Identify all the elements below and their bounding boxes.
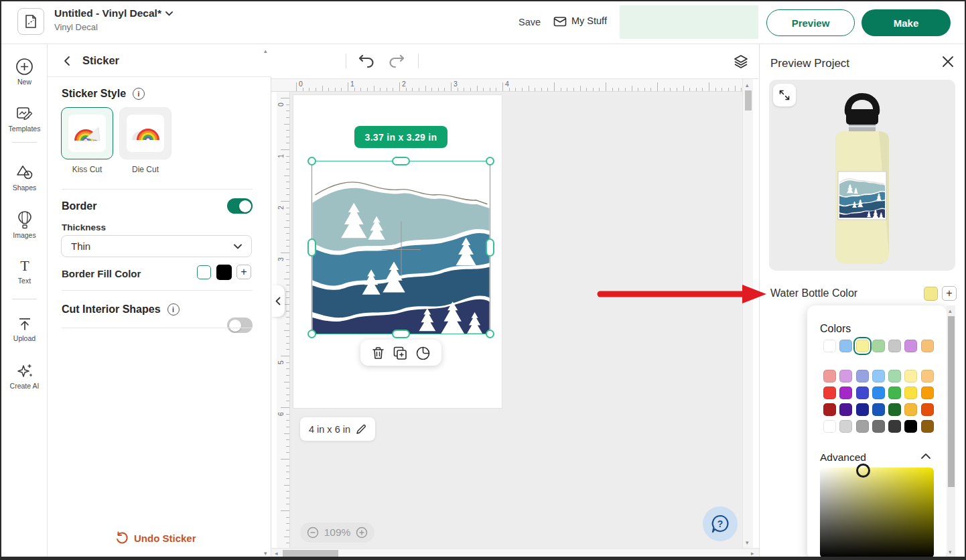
document-title-menu[interactable]: Untitled - Vinyl Decal*	[54, 7, 173, 19]
sidebar-item-text[interactable]: T Text	[1, 257, 48, 285]
color-swatch[interactable]	[921, 420, 934, 433]
resize-handle-n[interactable]	[392, 157, 410, 165]
close-icon[interactable]	[942, 56, 954, 68]
scrollbar-thumb[interactable]	[745, 90, 752, 111]
scrollbar-thumb[interactable]	[948, 316, 955, 487]
color-swatch[interactable]	[888, 340, 901, 352]
scroll-right-arrow[interactable]: ▸	[751, 551, 754, 557]
preview-button[interactable]: Preview	[766, 9, 855, 36]
color-swatch[interactable]	[904, 387, 917, 399]
color-swatch[interactable]	[839, 370, 852, 382]
redo-button[interactable]	[388, 52, 405, 68]
scroll-down-arrow[interactable]: ▾	[949, 549, 952, 555]
color-swatch[interactable]	[921, 340, 934, 352]
add-water-bottle-color-button[interactable]: +	[942, 286, 957, 301]
project-logo-button[interactable]	[17, 8, 44, 35]
color-swatch[interactable]	[888, 370, 901, 382]
add-border-color-button[interactable]: +	[236, 265, 251, 279]
chevron-up-icon[interactable]	[920, 453, 931, 460]
water-bottle-color-swatch[interactable]	[924, 287, 938, 301]
color-swatch[interactable]	[856, 340, 869, 352]
color-swatch[interactable]	[904, 420, 917, 433]
color-swatch[interactable]	[921, 387, 934, 399]
border-fill-swatch-white[interactable]	[197, 265, 211, 279]
color-swatch[interactable]	[823, 387, 836, 399]
color-swatch[interactable]	[921, 370, 934, 382]
resize-handle-e[interactable]	[486, 238, 494, 257]
layers-button[interactable]	[733, 54, 749, 70]
color-swatch[interactable]	[921, 403, 934, 416]
zoom-in-icon[interactable]	[356, 527, 368, 539]
help-button[interactable]: ?	[703, 506, 738, 541]
sidebar-item-create-ai[interactable]: Create AI	[1, 362, 48, 390]
expand-preview-button[interactable]	[773, 84, 796, 107]
panel-collapse-tab[interactable]	[271, 285, 285, 317]
thickness-select[interactable]: Thin	[61, 235, 252, 257]
resize-handle-w[interactable]	[307, 238, 316, 257]
undo-sticker-button[interactable]: Undo Sticker	[115, 531, 196, 545]
border-fill-swatch-black[interactable]	[216, 265, 232, 280]
canvas-horizontal-scrollbar[interactable]: ◂ ▸	[271, 548, 759, 558]
save-button[interactable]: Save	[519, 17, 541, 27]
kiss-cut-option[interactable]	[61, 107, 113, 159]
resize-handle-ne[interactable]	[486, 157, 494, 165]
color-swatch[interactable]	[872, 403, 885, 416]
color-swatch[interactable]	[872, 420, 885, 433]
make-button[interactable]: Make	[861, 9, 951, 36]
color-swatch[interactable]	[856, 370, 869, 382]
border-toggle[interactable]	[227, 198, 253, 214]
back-chevron-icon[interactable]	[64, 56, 70, 66]
info-icon[interactable]: i	[167, 303, 180, 316]
color-swatch[interactable]	[823, 370, 836, 382]
color-swatch[interactable]	[872, 387, 885, 399]
color-swatch[interactable]	[856, 403, 869, 416]
selection-box[interactable]	[312, 161, 490, 334]
resize-handle-sw[interactable]	[307, 330, 316, 338]
color-swatch[interactable]	[823, 340, 836, 352]
color-swatch[interactable]	[888, 387, 901, 399]
cut-interior-toggle[interactable]	[227, 318, 253, 333]
delete-icon[interactable]	[372, 346, 385, 360]
info-icon[interactable]: i	[133, 88, 145, 100]
sidebar-item-images[interactable]: Images	[1, 210, 48, 239]
resize-handle-s[interactable]	[392, 330, 410, 338]
color-swatch[interactable]	[856, 387, 869, 399]
color-swatch[interactable]	[872, 340, 885, 352]
scroll-up-arrow[interactable]: ▴	[746, 82, 749, 88]
advanced-gradient-picker[interactable]	[820, 468, 934, 558]
sidebar-item-shapes[interactable]: Shapes	[1, 163, 48, 192]
popup-scrollbar[interactable]: ▴ ▾	[947, 305, 955, 558]
color-swatch[interactable]	[856, 420, 869, 433]
sidebar-item-templates[interactable]: Templates	[1, 104, 48, 133]
panel-scroll-up[interactable]: ▴	[264, 48, 267, 54]
color-swatch[interactable]	[904, 403, 917, 416]
resize-handle-se[interactable]	[486, 330, 494, 338]
scroll-down-arrow[interactable]: ▾	[746, 540, 749, 546]
duplicate-icon[interactable]	[393, 346, 407, 360]
color-swatch[interactable]	[823, 420, 836, 433]
color-swatch[interactable]	[872, 370, 885, 382]
zoom-out-icon[interactable]	[307, 527, 319, 539]
sidebar-item-upload[interactable]: Upload	[1, 315, 48, 342]
color-swatch[interactable]	[904, 370, 917, 382]
color-swatch[interactable]	[839, 387, 852, 399]
my-stuff-button[interactable]: My Stuff	[553, 15, 607, 27]
sidebar-item-new[interactable]: New	[1, 58, 48, 86]
scrollbar-thumb[interactable]	[283, 550, 338, 557]
mat-size-control[interactable]: 4 in x 6 in	[300, 417, 375, 441]
color-swatch[interactable]	[823, 403, 836, 416]
scroll-left-arrow[interactable]: ◂	[275, 551, 278, 557]
panel-scroll-down[interactable]: ▾	[264, 551, 267, 557]
color-swatch[interactable]	[839, 403, 852, 416]
canvas-vertical-scrollbar[interactable]: ▴ ▾	[742, 79, 753, 548]
color-swatch[interactable]	[888, 403, 901, 416]
color-swatch[interactable]	[904, 340, 917, 352]
color-swatch[interactable]	[839, 420, 852, 433]
resize-handle-nw[interactable]	[307, 157, 316, 165]
color-swatch[interactable]	[888, 420, 901, 433]
color-swatch[interactable]	[839, 340, 852, 352]
undo-button[interactable]	[358, 52, 375, 68]
die-cut-option[interactable]	[119, 107, 171, 159]
scroll-up-arrow[interactable]: ▴	[949, 308, 952, 314]
gradient-picker-handle[interactable]	[856, 464, 870, 478]
